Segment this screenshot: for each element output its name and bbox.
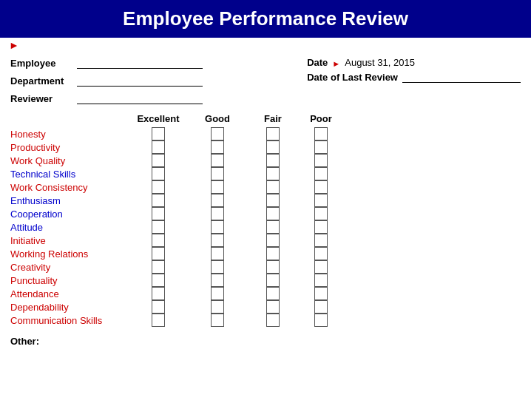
checkbox[interactable] — [152, 180, 165, 194]
checkbox[interactable] — [314, 207, 328, 220]
reviewer-input[interactable] — [77, 92, 203, 104]
rating-checkbox-cell — [247, 127, 299, 140]
checkbox[interactable] — [314, 287, 328, 300]
checkbox[interactable] — [211, 167, 224, 180]
checkbox[interactable] — [314, 154, 328, 167]
rating-checkbox-cell — [299, 300, 343, 314]
last-review-input[interactable] — [402, 71, 521, 83]
checkbox[interactable] — [152, 300, 165, 314]
checkbox[interactable] — [266, 207, 280, 220]
rating-checkbox-cell — [247, 140, 299, 154]
rating-checkbox-cell — [129, 127, 188, 140]
checkbox[interactable] — [314, 220, 328, 234]
rating-checkbox-cell — [247, 314, 299, 327]
rating-checkbox-cell — [299, 260, 343, 274]
table-row: Technical Skills — [10, 167, 521, 180]
rating-checkbox-cell — [188, 220, 247, 234]
checkbox[interactable] — [211, 247, 224, 260]
reviewer-label: Reviewer — [10, 93, 77, 104]
checkbox[interactable] — [152, 140, 165, 154]
criteria-label: Punctuality — [10, 274, 129, 287]
criteria-label: Work Quality — [10, 155, 129, 167]
rating-checkbox-cell — [188, 314, 247, 327]
checkbox[interactable] — [266, 260, 280, 274]
checkbox[interactable] — [266, 287, 280, 300]
checkbox[interactable] — [152, 167, 165, 180]
checkbox[interactable] — [314, 274, 328, 287]
checkbox[interactable] — [314, 300, 328, 314]
criteria-label: Attitude — [10, 221, 129, 234]
checkbox[interactable] — [152, 247, 165, 260]
checkbox[interactable] — [266, 167, 280, 180]
checkbox[interactable] — [152, 127, 165, 140]
table-row: Work Quality — [10, 154, 521, 167]
checkbox[interactable] — [266, 140, 280, 154]
checkbox[interactable] — [314, 180, 328, 194]
rating-checkbox-cell — [188, 247, 247, 260]
checkbox[interactable] — [211, 234, 224, 247]
checkbox[interactable] — [152, 207, 165, 220]
checkbox[interactable] — [314, 140, 328, 154]
rating-headers: Excellent Good Fair Poor — [129, 113, 521, 124]
rating-section: Excellent Good Fair Poor HonestyProducti… — [0, 107, 531, 327]
table-row: Dependability — [10, 300, 521, 314]
checkbox[interactable] — [152, 260, 165, 274]
department-input[interactable] — [77, 75, 203, 87]
checkbox[interactable] — [211, 127, 224, 140]
checkbox[interactable] — [211, 194, 224, 207]
rating-checkbox-cell — [247, 220, 299, 234]
checkbox[interactable] — [211, 180, 224, 194]
checkbox[interactable] — [211, 140, 224, 154]
checkbox[interactable] — [266, 127, 280, 140]
checkbox[interactable] — [211, 314, 224, 327]
employee-input[interactable] — [77, 57, 203, 69]
criteria-label: Creativity — [10, 261, 129, 274]
header-poor: Poor — [299, 113, 343, 124]
checkbox[interactable] — [152, 274, 165, 287]
checkbox[interactable] — [314, 194, 328, 207]
checkbox[interactable] — [211, 260, 224, 274]
checkbox[interactable] — [266, 180, 280, 194]
table-row: Creativity — [10, 260, 521, 274]
criteria-label: Cooperation — [10, 208, 129, 220]
checkbox[interactable] — [152, 220, 165, 234]
rating-checkbox-cell — [129, 140, 188, 154]
checkbox[interactable] — [314, 260, 328, 274]
table-row: Cooperation — [10, 207, 521, 220]
checkbox[interactable] — [266, 274, 280, 287]
checkbox[interactable] — [266, 220, 280, 234]
criteria-rows: HonestyProductivityWork QualityTechnical… — [10, 127, 521, 327]
page-title: Employee Performance Review — [0, 0, 531, 38]
table-row: Working Relations — [10, 247, 521, 260]
checkbox[interactable] — [314, 167, 328, 180]
checkbox[interactable] — [266, 234, 280, 247]
checkbox[interactable] — [314, 314, 328, 327]
checkbox[interactable] — [266, 247, 280, 260]
checkbox[interactable] — [211, 220, 224, 234]
checkbox[interactable] — [152, 234, 165, 247]
criteria-label: Work Consistency — [10, 181, 129, 194]
rating-checkbox-cell — [129, 220, 188, 234]
checkbox[interactable] — [266, 300, 280, 314]
red-arrow-indicator: ► — [0, 38, 531, 51]
rating-checkbox-cell — [299, 247, 343, 260]
checkbox[interactable] — [266, 194, 280, 207]
checkbox[interactable] — [211, 207, 224, 220]
checkbox[interactable] — [211, 287, 224, 300]
checkbox[interactable] — [152, 287, 165, 300]
checkbox[interactable] — [314, 127, 328, 140]
checkbox[interactable] — [211, 300, 224, 314]
table-row: Honesty — [10, 127, 521, 140]
checkbox[interactable] — [152, 154, 165, 167]
checkbox[interactable] — [211, 154, 224, 167]
checkbox[interactable] — [152, 194, 165, 207]
rating-checkbox-cell — [247, 287, 299, 300]
checkbox[interactable] — [314, 247, 328, 260]
checkbox[interactable] — [314, 234, 328, 247]
checkbox[interactable] — [266, 314, 280, 327]
checkbox[interactable] — [211, 274, 224, 287]
criteria-label: Honesty — [10, 128, 129, 140]
checkbox[interactable] — [266, 154, 280, 167]
checkbox[interactable] — [152, 314, 165, 327]
rating-checkbox-cell — [188, 127, 247, 140]
